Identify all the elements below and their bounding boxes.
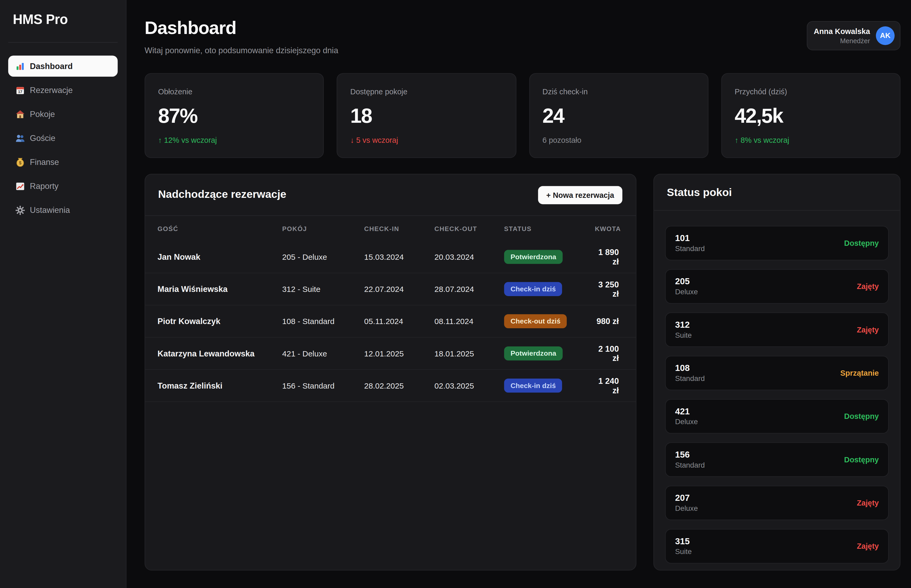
column-header-guest: GOŚĆ [157, 225, 282, 232]
svg-text:$: $ [19, 160, 21, 165]
room-number: 156 [675, 449, 705, 459]
status-cell: Potwierdzona [504, 250, 595, 264]
room-status-title: Status pokoi [667, 186, 732, 199]
room-cell: 156 - Standard [282, 381, 364, 390]
stat-card-occupancy: Obłożenie 87% ↑ 12% vs wczoraj [145, 73, 324, 158]
stat-card-checkins-today: Dziś check-in 24 6 pozostało [529, 73, 708, 158]
room-number: 421 [675, 406, 698, 416]
room-cell: 205 - Deluxe [282, 252, 364, 261]
room-card: 101Standard Dostępny [665, 226, 888, 260]
gear-icon [15, 205, 25, 215]
room-card: 312Suite Zajęty [665, 312, 888, 347]
amount-cell: 1 240 zł [595, 376, 619, 395]
room-status-label: Dostępny [844, 412, 879, 421]
status-badge: Potwierdzona [504, 346, 563, 360]
column-header-room: POKÓJ [282, 225, 364, 232]
guest-cell: Piotr Kowalczyk [157, 317, 282, 326]
checkin-cell: 05.11.2024 [364, 317, 435, 326]
room-type: Suite [675, 548, 692, 556]
sidebar-item-label: Ustawienia [30, 205, 70, 215]
room-status-label: Zajęty [857, 542, 879, 551]
calendar-icon: 17 [15, 85, 25, 95]
table-row: Piotr Kowalczyk 108 - Standard 05.11.202… [145, 305, 636, 338]
guest-cell: Tomasz Zieliński [157, 381, 282, 391]
stat-label: Obłożenie [158, 87, 311, 96]
room-number: 101 [675, 233, 705, 243]
stat-value: 24 [542, 104, 695, 128]
table-row: Jan Nowak 205 - Deluxe 15.03.2024 20.03.… [145, 241, 636, 273]
sidebar-item-finanse[interactable]: $ Finanse [8, 152, 118, 173]
app-root: HMS Pro Dashboard 17 Rezerwacje Pokoje [0, 0, 911, 588]
main-content: Dashboard Witaj ponownie, oto podsumowan… [126, 0, 911, 588]
chart-up-icon [15, 181, 25, 191]
stat-value: 18 [350, 104, 503, 128]
column-header-checkin: CHECK-IN [364, 225, 435, 232]
money-bag-icon: $ [15, 157, 25, 167]
stat-delta: 6 pozostało [542, 136, 695, 144]
sidebar-item-pokoje[interactable]: Pokoje [8, 103, 118, 124]
page-title: Dashboard [145, 18, 900, 39]
stat-value: 87% [158, 104, 311, 128]
room-card: 315Suite Zajęty [665, 529, 888, 564]
checkin-cell: 15.03.2024 [364, 252, 435, 261]
new-reservation-button[interactable]: + Nowa rezerwacja [538, 186, 622, 204]
sidebar-item-label: Finanse [30, 157, 59, 167]
sidebar-item-label: Rezerwacje [30, 86, 73, 95]
user-texts: Anna Kowalska Menedżer [814, 27, 870, 45]
sidebar-item-rezerwacje[interactable]: 17 Rezerwacje [8, 79, 118, 101]
room-card: 156Standard Dostępny [665, 442, 888, 477]
user-name: Anna Kowalska [814, 27, 870, 36]
room-status-label: Zajęty [857, 498, 879, 507]
room-type: Suite [675, 331, 692, 340]
checkout-cell: 28.07.2024 [434, 285, 504, 294]
room-card: 205Deluxe Zajęty [665, 269, 888, 304]
reservations-title: Nadchodzące rezerwacje [158, 188, 286, 201]
guest-cell: Maria Wiśniewska [157, 284, 282, 294]
stat-label: Dostępne pokoje [350, 87, 503, 96]
sidebar-item-ustawienia[interactable]: Ustawienia [8, 199, 118, 221]
screen: HMS Pro Dashboard 17 Rezerwacje Pokoje [0, 0, 911, 588]
status-cell: Check-in dziś [504, 282, 595, 296]
table-row: Katarzyna Lewandowska 421 - Deluxe 12.01… [145, 338, 636, 370]
column-header-amount: KWOTA [595, 225, 621, 232]
sidebar-item-raporty[interactable]: Raporty [8, 176, 118, 197]
stat-delta: ↑ 12% vs wczoraj [158, 136, 311, 144]
room-number: 108 [675, 363, 705, 373]
checkin-cell: 22.07.2024 [364, 285, 435, 294]
amount-cell: 2 100 zł [595, 344, 619, 363]
sidebar-item-goscie[interactable]: Goście [8, 128, 118, 149]
table-row: Maria Wiśniewska 312 - Suite 22.07.2024 … [145, 273, 636, 305]
sidebar-item-dashboard[interactable]: Dashboard [8, 56, 118, 77]
guest-cell: Katarzyna Lewandowska [157, 349, 282, 358]
column-header-checkout: CHECK-OUT [434, 225, 504, 232]
house-icon [15, 109, 25, 119]
checkout-cell: 08.11.2024 [434, 317, 504, 326]
room-type: Standard [675, 244, 705, 253]
room-type: Standard [675, 461, 705, 470]
sidebar-item-label: Goście [30, 133, 55, 143]
room-type: Deluxe [675, 418, 698, 426]
room-status-label: Dostępny [844, 455, 879, 464]
panels-row: Nadchodzące rezerwacje + Nowa rezerwacja… [145, 174, 900, 570]
stat-card-available-rooms: Dostępne pokoje 18 ↓ 5 vs wczoraj [337, 73, 516, 158]
reservations-panel: Nadchodzące rezerwacje + Nowa rezerwacja… [145, 174, 637, 570]
status-badge: Check-in dziś [504, 282, 562, 296]
stat-delta: ↑ 8% vs wczoraj [735, 136, 887, 144]
stat-label: Przychód (dziś) [735, 87, 887, 96]
page-header: Dashboard Witaj ponownie, oto podsumowan… [145, 0, 900, 56]
guests-icon [15, 133, 25, 143]
room-status-panel: Status pokoi 101Standard Dostępny 205Del… [654, 174, 900, 570]
room-type: Standard [675, 375, 705, 383]
room-number: 315 [675, 536, 692, 546]
guest-cell: Jan Nowak [157, 252, 282, 262]
room-cell: 421 - Deluxe [282, 349, 364, 358]
room-status-header: Status pokoi [654, 174, 900, 211]
amount-cell: 3 250 zł [595, 280, 619, 299]
table-row: Tomasz Zieliński 156 - Standard 28.02.20… [145, 370, 636, 402]
room-number: 207 [675, 493, 698, 502]
column-header-status: STATUS [504, 225, 595, 232]
user-card[interactable]: Anna Kowalska Menedżer AK [807, 21, 900, 50]
sidebar-item-label: Pokoje [30, 109, 55, 119]
avatar[interactable]: AK [876, 26, 895, 45]
room-number: 312 [675, 320, 692, 330]
